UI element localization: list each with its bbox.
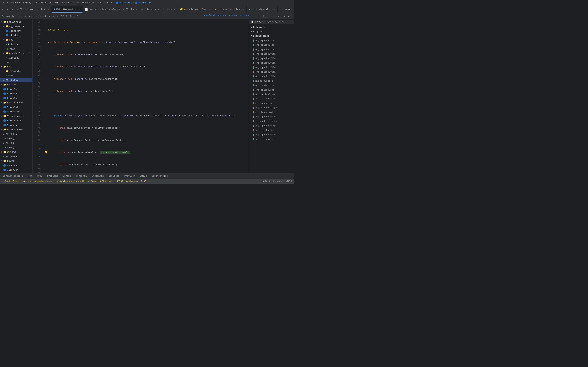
tool-profiler[interactable]: Profiler [123, 174, 136, 178]
sidebar-item-flinkspli[interactable]: 🔵 FlinkSpli [0, 105, 33, 109]
dep-item-9[interactable]: ▌ org.apache.flin [249, 74, 294, 79]
dep-item-11[interactable]: ▌ org.projectlomt [249, 83, 294, 88]
sidebar-item-flinkuni[interactable]: ▶ FlinkUni [0, 141, 33, 145]
sidebar-item-source[interactable]: ▶ 📁 Source [0, 82, 33, 87]
breadcrumb-apache[interactable]: apache [61, 2, 70, 4]
dep-item-23[interactable]: ▌ com.github.jsql [249, 137, 294, 142]
close-icon[interactable]: ✕ [48, 8, 49, 11]
dep-item-8[interactable]: ▌ org.apache.flin [249, 70, 294, 74]
dep-dependencies-header[interactable]: ▼ Dependencies [249, 34, 294, 38]
sidebar-item-sink[interactable]: ▼ 📁 Sink [0, 64, 33, 69]
breadcrumb-kafkasink2[interactable]: 🔵 KafkaSink [135, 1, 151, 4]
close-icon-kafkasink[interactable]: ✕ [79, 8, 80, 10]
dep-item-3[interactable]: ▌ org.apache.spa [249, 47, 294, 52]
dep-item-4[interactable]: ▌ org.apache.flin [249, 52, 294, 56]
choose-sources-link[interactable]: Choose Sources... [229, 14, 253, 18]
sidebar-item-flinkmap[interactable]: 🔵 FlinkMap [0, 123, 33, 127]
tool-build[interactable]: Build [139, 174, 148, 178]
sidebar-item-main-env[interactable]: ▶ main( [0, 47, 33, 51]
breadcrumb-connector[interactable]: connector [82, 2, 94, 4]
sidebar-item-aggregation[interactable]: ▶ 📁 Aggregation [0, 24, 33, 29]
tool-services[interactable]: Services [107, 174, 121, 178]
dep-item-16[interactable]: ▌ org.lionsoul:ip2 [249, 106, 294, 110]
breadcrumb-kafkasink1[interactable]: 🔵 KafkaSink [116, 1, 132, 4]
dep-item-5[interactable]: ▌ org.apache.flin [249, 56, 294, 61]
dep-item-17[interactable]: ▌ com.fasterxml.j [249, 110, 294, 115]
tool-spring[interactable]: Spring [62, 174, 72, 178]
breadcrumb-sink[interactable]: sink [107, 2, 112, 4]
tab-nav-next[interactable]: › [5, 7, 9, 11]
dep-lifecycle[interactable]: ▶ Lifecycle [249, 25, 294, 29]
tool-problems[interactable]: Problems [46, 174, 59, 178]
sidebar-item-watersens2[interactable]: 🔵 WaterSen [0, 167, 33, 172]
dep-item-1[interactable]: ▌ org.apache.spa [249, 38, 294, 43]
sidebar-item-flinkmax[interactable]: 🔵 FlinkMax [0, 33, 33, 38]
sidebar-item-datastream[interactable]: ▶ 📁 DataStream [0, 20, 33, 24]
dep-item-20[interactable]: ▌ org.apache.http [249, 124, 294, 128]
overflow-icon[interactable]: ≫ [287, 14, 291, 18]
sidebar-item-flinksou2[interactable]: 🔵 flinkSou [0, 91, 33, 96]
dep-item-22[interactable]: ▌ org.apache.hive [249, 133, 294, 137]
dep-item-13[interactable]: ▌ org.springframe [249, 92, 294, 97]
tool-run[interactable]: Run [27, 174, 33, 178]
sidebar-item-main-shu[interactable]: ▶ main( [0, 60, 33, 64]
close-icon-builder[interactable]: ✕ [274, 8, 276, 11]
dep-item-2[interactable]: ▌ org.apache.spa [249, 43, 294, 47]
tool-dependencies[interactable]: Dependencies [150, 174, 169, 178]
sidebar-item-flinkwin[interactable]: ▶ FlinkWin [0, 154, 33, 159]
close-icon-flinkwindow[interactable]: ✕ [174, 8, 175, 11]
nav-back-icon[interactable]: ◁ [277, 14, 281, 18]
sidebar-item-main-sink[interactable]: ▶ main( [0, 73, 33, 78]
sidebar-item-flinkshu[interactable]: ▶ FlinkShu [0, 55, 33, 60]
sidebar-item-flinkkey[interactable]: 🔵 FlinkKey [0, 29, 33, 33]
sidebar-item-env[interactable]: ▶ 📁 env [0, 38, 33, 42]
tab-keyselector[interactable]: 🔑 KeySelector.class ✕ [177, 6, 213, 13]
dep-item-19[interactable]: ▌ ru.yandex.clickh [249, 119, 294, 124]
sidebar-item-flinkcon[interactable]: ▶ FlinkCon [0, 132, 33, 136]
sidebar-item-flinksou1[interactable]: 🔵 flinkSou [0, 87, 33, 91]
dep-item-10[interactable]: ▌ mysql:mysql-c [249, 79, 294, 83]
close-icon-pom[interactable]: ✕ [136, 8, 137, 11]
breadcrumb-flink[interactable]: flink [73, 2, 79, 4]
lightbulb-icon[interactable]: 💡 [44, 150, 48, 155]
breadcrumb-kafka[interactable]: kafka [97, 2, 104, 4]
sidebar-item-window[interactable]: ▶ 📁 Window [0, 150, 33, 154]
download-sources-link[interactable]: Download Sources [203, 14, 226, 18]
sidebar-item-pojos[interactable]: ▶ 📁 POJOs [0, 159, 33, 163]
sidebar-item-splitstream[interactable]: ▶ 📁 SplitStream [0, 100, 33, 105]
dep-item-15[interactable]: ▌ com.squareup.c [249, 101, 294, 106]
dep-item-7[interactable]: ▌ org.apache.flin [249, 65, 294, 70]
sidebar-item-unionstream[interactable]: ▶ 📁 UnionStream [0, 127, 33, 132]
tab-flinkwindow[interactable]: ☕ FlinkWindowTest.java ✕ [139, 6, 177, 13]
close-icon-keyed[interactable]: ✕ [243, 8, 245, 11]
sidebar-item-transformatio[interactable]: ▶ 📁 Transformatio [0, 114, 33, 118]
tab-pomxml[interactable]: 📄 pom.xml (java_scala_spark_flink) ✕ [83, 6, 139, 13]
tool-terminal[interactable]: Terminal [75, 174, 88, 178]
dep-item-14[interactable]: ▌ com.alibaba:fas [249, 97, 294, 101]
dep-plugins[interactable]: ▶ Plugins [249, 29, 294, 34]
tab-kafkasinkbuilder[interactable]: ● KafkaSinkBui... ✕ [247, 6, 278, 13]
dep-item-12[interactable]: ▌ org.apache.bat [249, 88, 294, 92]
tab-overflow[interactable]: ⋮ [278, 6, 283, 13]
tool-version-control[interactable]: Version Control [2, 174, 24, 178]
reload-icon[interactable]: ↻ [257, 14, 262, 18]
sidebar-item-flinksou3[interactable]: 🔵 flinkSou [0, 96, 33, 100]
tab-keyedstream[interactable]: ● KeyedStream.class ✕ [213, 6, 247, 13]
dep-item-21[interactable]: ▌ com.clickhouse [249, 128, 294, 133]
sidebar-item-flinksink-folder[interactable]: ▼ 📁 flinkSink [0, 69, 33, 73]
copy-icon[interactable]: ⧉ [262, 14, 267, 18]
dep-item-6[interactable]: ▌ org.apache.flin [249, 61, 294, 65]
code-content[interactable]: @PublicEvolving public class KafkaSink<I… [47, 20, 249, 173]
sidebar-item-flinksink-class[interactable]: ▶ flinkSink [0, 78, 33, 82]
sidebar-item-main-uni[interactable]: ▶ main( [0, 145, 33, 150]
tool-endpoints[interactable]: Endpoints [90, 174, 105, 178]
dep-item-18[interactable]: ▌ org.apache.hive [249, 115, 294, 119]
nav-forward-icon[interactable]: ▷ [282, 14, 286, 18]
sidebar-item-main-con[interactable]: ▶ main( [0, 136, 33, 141]
sidebar-item-physpart[interactable]: ▶ 📁 PhysicalPartiti [0, 51, 33, 55]
add-icon[interactable]: + [272, 14, 277, 18]
sidebar-item-flinkenv[interactable]: ▶ flinkEnv [0, 42, 33, 47]
tool-todo[interactable]: TODO [36, 174, 43, 178]
settings-icon[interactable]: ⚙ [10, 7, 14, 11]
tab-flinksinkKafka[interactable]: ☕ flinkSinkKafka.java ✕ [15, 6, 52, 13]
